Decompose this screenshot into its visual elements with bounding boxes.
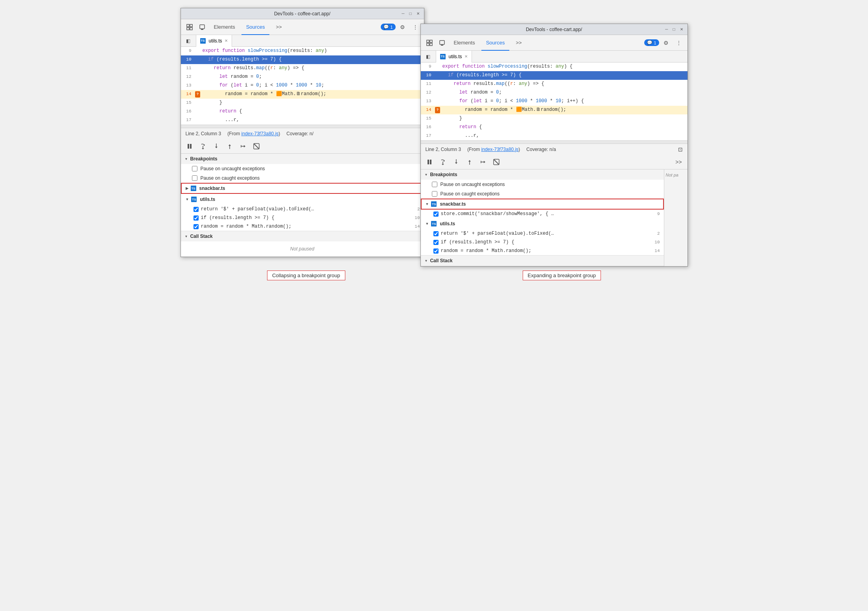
bp-checkbox-utils-0-left[interactable] <box>194 207 199 212</box>
devtools-left: DevTools - coffee-cart.app/ ─ □ ✕ Elemen… <box>181 8 424 257</box>
svg-rect-0 <box>187 24 189 27</box>
restore-btn-right[interactable]: □ <box>671 27 676 31</box>
svg-marker-8 <box>202 148 204 149</box>
svg-marker-10 <box>215 147 217 148</box>
device-icon-right[interactable] <box>437 37 448 48</box>
captions-row: Collapsing a breakpoint group Expanding … <box>179 271 690 280</box>
tab-sources-right[interactable]: Sources <box>481 35 510 51</box>
restore-btn-left[interactable]: □ <box>408 11 413 16</box>
minimize-btn-left[interactable]: ─ <box>400 11 405 16</box>
file-tab-utils-right[interactable]: TS utils.ts ✕ <box>436 51 472 63</box>
pause-uncaught-checkbox-left[interactable] <box>192 166 197 171</box>
breakpoints-panel-right: ▼ Breakpoints Pause on uncaught exceptio… <box>421 169 664 266</box>
continue-btn-left[interactable] <box>238 141 249 152</box>
tab-elements-right[interactable]: Elements <box>449 35 480 51</box>
status-bar-right: Line 2, Column 3 (From index-73f73a80.js… <box>421 144 687 155</box>
svg-rect-6 <box>188 144 189 149</box>
bp-item-utils-2-right: random = random * Math.random(); 14 <box>421 247 664 255</box>
bp-checkbox-utils-1-left[interactable] <box>194 215 199 221</box>
sidebar-toggle-left[interactable]: ◧ <box>184 37 193 45</box>
deactivate-btn-right[interactable] <box>491 156 502 167</box>
scrollbar-code-left[interactable] <box>181 125 424 128</box>
scrollbar-code-right[interactable] <box>421 140 687 144</box>
inspect-icon-right[interactable] <box>424 37 435 48</box>
device-icon-left[interactable] <box>197 22 208 33</box>
tab-more-right[interactable]: >> <box>511 35 526 51</box>
bp-group-snackbar-left[interactable]: ▶ TS snackbar.ts <box>181 183 424 194</box>
code-line-10-right: 10 if (results.length >= 7) { <box>421 71 687 80</box>
minimize-btn-right[interactable]: ─ <box>664 27 669 31</box>
step-into-btn-right[interactable] <box>451 156 462 167</box>
bp-group-utils-left[interactable]: ▼ TS utils.ts <box>181 194 424 205</box>
pause-btn-left[interactable] <box>184 141 195 152</box>
title-controls-left: ─ □ ✕ <box>400 11 420 16</box>
bp-item-utils-1-right: if (results.length >= 7) { 10 <box>421 238 664 247</box>
bp-item-utils-1-left: if (results.length >= 7) { 10 <box>181 213 424 222</box>
code-line-16-right: 16 return { <box>421 123 687 132</box>
svg-rect-7 <box>190 144 192 149</box>
not-paused-text-left: Not paused <box>181 241 424 256</box>
bottom-area-right: ▼ Breakpoints Pause on uncaught exceptio… <box>421 169 687 266</box>
breakpoints-header-right[interactable]: ▼ Breakpoints <box>421 169 664 180</box>
code-line-9-left: 9 export function slowProcessing(results… <box>181 47 424 55</box>
code-line-11-right: 11 return results.map((r: any) => { <box>421 80 687 88</box>
call-stack-header-right[interactable]: ▼ Call Stack <box>421 256 664 266</box>
pause-btn-right[interactable] <box>424 156 435 167</box>
gear-icon-left[interactable]: ⚙ <box>397 22 408 33</box>
gear-icon-right[interactable]: ⚙ <box>661 37 672 48</box>
pause-caught-checkbox-right[interactable] <box>432 191 437 197</box>
bp-checkbox-utils-2-left[interactable] <box>194 224 199 229</box>
breakpoints-header-left[interactable]: ▼ Breakpoints <box>181 154 424 164</box>
bp-checkbox-snackbar-0-right[interactable] <box>433 212 439 217</box>
bp-item-snackbar-0-right: store.commit('snackbar/showMessage', { …… <box>421 210 664 218</box>
source-link-right[interactable]: index-73f73a80.js <box>481 147 519 152</box>
deactivate-btn-left[interactable] <box>251 141 262 152</box>
bp-checkbox-utils-0-right[interactable] <box>433 231 439 236</box>
file-tab-close-right[interactable]: ✕ <box>464 54 468 59</box>
file-tab-utils-left[interactable]: TS utils.ts ✕ <box>196 35 232 47</box>
close-btn-right[interactable]: ✕ <box>679 27 684 31</box>
kebab-icon-left[interactable]: ⋮ <box>410 22 421 33</box>
call-stack-header-left[interactable]: ▼ Call Stack <box>181 231 424 241</box>
title-controls-right: ─ □ ✕ <box>664 27 684 31</box>
bp-group-snackbar-right[interactable]: ▼ TS snackbar.ts <box>421 199 664 210</box>
step-over-btn-right[interactable] <box>437 156 448 167</box>
step-out-btn-right[interactable] <box>464 156 475 167</box>
bp-group-utils-right[interactable]: ▼ TS utils.ts <box>421 218 664 229</box>
continue-btn-right[interactable] <box>477 156 488 167</box>
inspect-icon-left[interactable] <box>184 22 195 33</box>
tab-sources-left[interactable]: Sources <box>241 19 270 35</box>
code-line-13-right: 13 for (let i = 0; i < 1000 * 1000 * 10;… <box>421 97 687 106</box>
svg-rect-19 <box>430 40 432 42</box>
pause-uncaught-row-right: Pause on uncaught exceptions <box>421 180 664 189</box>
step-into-btn-left[interactable] <box>211 141 222 152</box>
step-over-btn-left[interactable] <box>197 141 208 152</box>
sidebar-toggle-right[interactable]: ◧ <box>424 52 433 61</box>
ts-icon-snackbar-right: TS <box>431 201 437 207</box>
bp-item-utils-0-right: return '$' + parseFloat(value).toFixed(…… <box>421 229 664 238</box>
bp-checkbox-utils-2-right[interactable] <box>433 248 439 254</box>
source-link-left[interactable]: index-73f73a80.js <box>241 131 279 136</box>
more-btn-right[interactable]: >> <box>673 156 684 167</box>
svg-marker-28 <box>455 162 457 164</box>
code-line-11-left: 11 return results.map((r: any) => { <box>181 64 424 73</box>
devtools-right: DevTools - coffee-cart.app/ ─ □ ✕ Elemen… <box>420 24 688 267</box>
chat-badge-right[interactable]: 💬 1 <box>644 39 659 46</box>
chat-badge-left[interactable]: 💬 1 <box>381 24 395 30</box>
chat-icon-left: 💬 <box>383 24 389 29</box>
svg-line-16 <box>254 144 259 149</box>
close-btn-left[interactable]: ✕ <box>415 11 421 16</box>
title-right: DevTools - coffee-cart.app/ <box>526 27 582 32</box>
breakpoints-section-right: ▼ Breakpoints Pause on uncaught exceptio… <box>421 169 664 256</box>
pause-caught-checkbox-left[interactable] <box>192 175 197 181</box>
step-out-btn-left[interactable] <box>224 141 235 152</box>
bp-checkbox-utils-1-right[interactable] <box>433 240 439 245</box>
collapse-panel-icon-right[interactable]: ⊡ <box>678 146 683 153</box>
file-tab-close-left[interactable]: ✕ <box>225 39 228 43</box>
ts-icon-left: TS <box>200 38 206 44</box>
tab-more-left[interactable]: >> <box>271 19 286 35</box>
kebab-icon-right[interactable]: ⋮ <box>673 37 684 48</box>
tab-elements-left[interactable]: Elements <box>209 19 240 35</box>
pause-uncaught-checkbox-right[interactable] <box>432 182 437 187</box>
title-bar-left: DevTools - coffee-cart.app/ ─ □ ✕ <box>181 8 424 19</box>
